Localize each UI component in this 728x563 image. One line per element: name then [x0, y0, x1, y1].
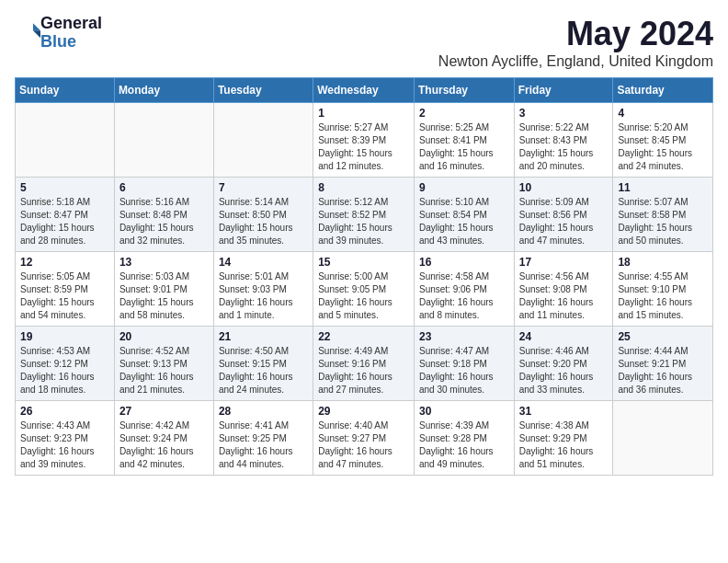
svg-marker-1 [33, 30, 40, 38]
day-number: 14 [219, 256, 308, 269]
day-info: Sunrise: 4:46 AM Sunset: 9:20 PM Dayligh… [519, 345, 609, 396]
calendar-cell: 10Sunrise: 5:09 AM Sunset: 8:56 PM Dayli… [514, 178, 613, 252]
calendar-cell: 8Sunrise: 5:12 AM Sunset: 8:52 PM Daylig… [313, 178, 415, 252]
day-number: 2 [419, 107, 509, 120]
calendar-cell [114, 103, 213, 178]
day-number: 7 [219, 181, 308, 194]
day-info: Sunrise: 5:05 AM Sunset: 8:59 PM Dayligh… [20, 270, 109, 322]
calendar-table: SundayMondayTuesdayWednesdayThursdayFrid… [15, 77, 713, 476]
day-number: 13 [119, 256, 209, 269]
calendar-cell [613, 401, 713, 476]
week-row-3: 12Sunrise: 5:05 AM Sunset: 8:59 PM Dayli… [16, 252, 713, 327]
day-info: Sunrise: 4:38 AM Sunset: 9:29 PM Dayligh… [519, 419, 609, 471]
calendar-cell: 1Sunrise: 5:27 AM Sunset: 8:39 PM Daylig… [313, 103, 415, 178]
day-number: 1 [318, 107, 409, 120]
calendar-cell: 22Sunrise: 4:49 AM Sunset: 9:16 PM Dayli… [313, 327, 415, 401]
day-info: Sunrise: 5:27 AM Sunset: 8:39 PM Dayligh… [318, 121, 409, 173]
day-info: Sunrise: 4:56 AM Sunset: 9:08 PM Dayligh… [519, 270, 609, 322]
calendar-cell: 15Sunrise: 5:00 AM Sunset: 9:05 PM Dayli… [313, 252, 415, 327]
day-info: Sunrise: 4:44 AM Sunset: 9:21 PM Dayligh… [618, 345, 708, 396]
day-number: 21 [219, 330, 308, 343]
calendar-cell: 18Sunrise: 4:55 AM Sunset: 9:10 PM Dayli… [613, 252, 713, 327]
day-info: Sunrise: 5:00 AM Sunset: 9:05 PM Dayligh… [318, 270, 409, 322]
logo-icon [18, 20, 40, 42]
day-info: Sunrise: 5:09 AM Sunset: 8:56 PM Dayligh… [519, 196, 609, 247]
day-number: 18 [618, 256, 708, 269]
day-number: 16 [419, 256, 509, 269]
weekday-header-saturday: Saturday [613, 78, 713, 103]
header: General Blue May 2024 Newton Aycliffe, E… [15, 15, 713, 70]
weekday-header-wednesday: Wednesday [313, 78, 415, 103]
calendar-cell: 17Sunrise: 4:56 AM Sunset: 9:08 PM Dayli… [514, 252, 613, 327]
day-info: Sunrise: 4:43 AM Sunset: 9:23 PM Dayligh… [20, 419, 109, 471]
day-number: 10 [519, 181, 609, 194]
day-number: 22 [318, 330, 409, 343]
day-info: Sunrise: 4:49 AM Sunset: 9:16 PM Dayligh… [318, 345, 409, 396]
day-number: 11 [618, 181, 708, 194]
day-info: Sunrise: 5:10 AM Sunset: 8:54 PM Dayligh… [419, 196, 509, 247]
day-number: 23 [419, 330, 509, 343]
calendar-cell: 27Sunrise: 4:42 AM Sunset: 9:24 PM Dayli… [114, 401, 213, 476]
day-number: 6 [119, 181, 209, 194]
calendar-cell: 30Sunrise: 4:39 AM Sunset: 9:28 PM Dayli… [414, 401, 514, 476]
calendar-cell: 7Sunrise: 5:14 AM Sunset: 8:50 PM Daylig… [213, 178, 313, 252]
weekday-header-sunday: Sunday [16, 78, 115, 103]
month-title: May 2024 [438, 15, 713, 53]
day-number: 15 [318, 256, 409, 269]
day-number: 28 [219, 405, 308, 418]
week-row-2: 5Sunrise: 5:18 AM Sunset: 8:47 PM Daylig… [16, 178, 713, 252]
day-info: Sunrise: 5:12 AM Sunset: 8:52 PM Dayligh… [318, 196, 409, 247]
day-info: Sunrise: 4:40 AM Sunset: 9:27 PM Dayligh… [318, 419, 409, 471]
title-area: May 2024 Newton Aycliffe, England, Unite… [438, 15, 713, 70]
day-info: Sunrise: 4:52 AM Sunset: 9:13 PM Dayligh… [119, 345, 209, 396]
day-info: Sunrise: 4:53 AM Sunset: 9:12 PM Dayligh… [20, 345, 109, 396]
calendar-cell: 19Sunrise: 4:53 AM Sunset: 9:12 PM Dayli… [16, 327, 115, 401]
week-row-1: 1Sunrise: 5:27 AM Sunset: 8:39 PM Daylig… [16, 103, 713, 178]
day-number: 5 [20, 181, 109, 194]
day-number: 17 [519, 256, 609, 269]
calendar-cell: 28Sunrise: 4:41 AM Sunset: 9:25 PM Dayli… [213, 401, 313, 476]
calendar-cell: 14Sunrise: 5:01 AM Sunset: 9:03 PM Dayli… [213, 252, 313, 327]
calendar-cell: 5Sunrise: 5:18 AM Sunset: 8:47 PM Daylig… [16, 178, 115, 252]
day-number: 20 [119, 330, 209, 343]
calendar-cell: 20Sunrise: 4:52 AM Sunset: 9:13 PM Dayli… [114, 327, 213, 401]
weekday-header-tuesday: Tuesday [213, 78, 313, 103]
day-info: Sunrise: 4:47 AM Sunset: 9:18 PM Dayligh… [419, 345, 509, 396]
weekday-header-thursday: Thursday [414, 78, 514, 103]
calendar-cell: 29Sunrise: 4:40 AM Sunset: 9:27 PM Dayli… [313, 401, 415, 476]
week-row-5: 26Sunrise: 4:43 AM Sunset: 9:23 PM Dayli… [16, 401, 713, 476]
day-number: 8 [318, 181, 409, 194]
day-info: Sunrise: 5:16 AM Sunset: 8:48 PM Dayligh… [119, 196, 209, 247]
calendar-cell: 21Sunrise: 4:50 AM Sunset: 9:15 PM Dayli… [213, 327, 313, 401]
logo-general-text: General [40, 15, 102, 33]
calendar-cell: 11Sunrise: 5:07 AM Sunset: 8:58 PM Dayli… [613, 178, 713, 252]
day-info: Sunrise: 5:14 AM Sunset: 8:50 PM Dayligh… [219, 196, 308, 247]
day-number: 19 [20, 330, 109, 343]
day-info: Sunrise: 4:55 AM Sunset: 9:10 PM Dayligh… [618, 270, 708, 322]
day-info: Sunrise: 5:01 AM Sunset: 9:03 PM Dayligh… [219, 270, 308, 322]
calendar-cell: 9Sunrise: 5:10 AM Sunset: 8:54 PM Daylig… [414, 178, 514, 252]
day-info: Sunrise: 4:39 AM Sunset: 9:28 PM Dayligh… [419, 419, 509, 471]
weekday-header-row: SundayMondayTuesdayWednesdayThursdayFrid… [16, 78, 713, 103]
day-info: Sunrise: 4:50 AM Sunset: 9:15 PM Dayligh… [219, 345, 308, 396]
day-number: 24 [519, 330, 609, 343]
calendar-cell: 23Sunrise: 4:47 AM Sunset: 9:18 PM Dayli… [414, 327, 514, 401]
day-number: 9 [419, 181, 509, 194]
day-number: 25 [618, 330, 708, 343]
day-info: Sunrise: 5:22 AM Sunset: 8:43 PM Dayligh… [519, 121, 609, 173]
calendar-cell: 31Sunrise: 4:38 AM Sunset: 9:29 PM Dayli… [514, 401, 613, 476]
calendar-cell [16, 103, 115, 178]
logo-blue-text: Blue [40, 33, 102, 52]
calendar-cell: 4Sunrise: 5:20 AM Sunset: 8:45 PM Daylig… [613, 103, 713, 178]
day-info: Sunrise: 5:20 AM Sunset: 8:45 PM Dayligh… [618, 121, 708, 173]
calendar-cell: 25Sunrise: 4:44 AM Sunset: 9:21 PM Dayli… [613, 327, 713, 401]
day-info: Sunrise: 4:41 AM Sunset: 9:25 PM Dayligh… [219, 419, 308, 471]
logo: General Blue [15, 15, 102, 52]
weekday-header-friday: Friday [514, 78, 613, 103]
calendar-cell: 3Sunrise: 5:22 AM Sunset: 8:43 PM Daylig… [514, 103, 613, 178]
calendar-cell: 12Sunrise: 5:05 AM Sunset: 8:59 PM Dayli… [16, 252, 115, 327]
day-number: 3 [519, 107, 609, 120]
day-info: Sunrise: 4:42 AM Sunset: 9:24 PM Dayligh… [119, 419, 209, 471]
day-info: Sunrise: 5:25 AM Sunset: 8:41 PM Dayligh… [419, 121, 509, 173]
week-row-4: 19Sunrise: 4:53 AM Sunset: 9:12 PM Dayli… [16, 327, 713, 401]
